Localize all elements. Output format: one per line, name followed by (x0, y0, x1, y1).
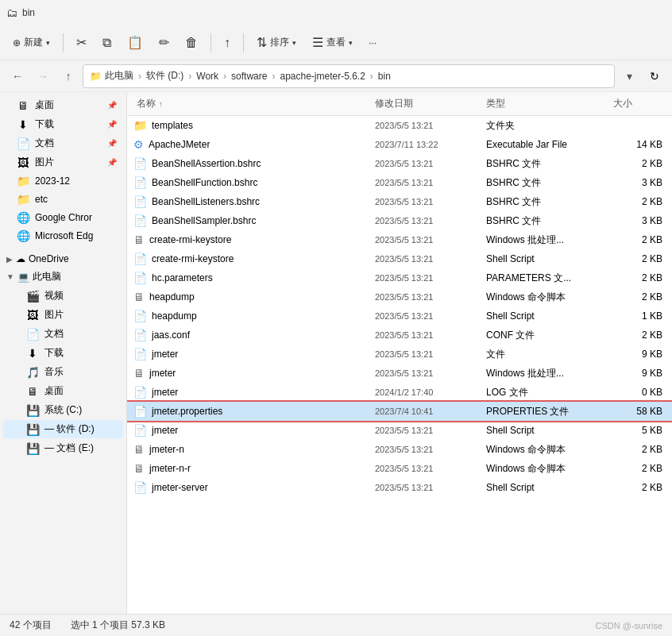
address-chevron-button[interactable]: ▾ (618, 65, 640, 87)
header-type[interactable]: 类型 (483, 95, 610, 112)
path-jmeter[interactable]: apache-jmeter-5.6.2 (280, 71, 365, 82)
sidebar-item-downloads[interactable]: ⬇ 下载 📌 (3, 115, 123, 133)
chrome-icon: 🌐 (16, 211, 30, 224)
file-row[interactable]: 📄jmeter.properties2023/7/4 10:41PROPERTI… (127, 402, 672, 421)
pictures2-icon: 🖼 (25, 309, 40, 322)
file-row[interactable]: 🖥heapdump2023/5/5 13:21Windows 命令脚本2 KB (127, 287, 672, 306)
sidebar-item-softD[interactable]: 💾 — 软件 (D:) (3, 420, 123, 438)
file-name-text: BeanShellSampler.bshrc (152, 215, 256, 226)
file-row[interactable]: 📄jmeter2024/1/2 17:40LOG 文件0 KB (127, 383, 672, 402)
sidebar-item-desktop2[interactable]: 🖥 桌面 (3, 382, 123, 400)
view-chevron-icon: ▾ (349, 39, 353, 47)
view-label: 查看 (326, 36, 346, 49)
sidebar-item-pictures2[interactable]: 🖼 图片 (3, 306, 123, 324)
delete-button[interactable]: 🗑 (179, 33, 204, 53)
paste-button[interactable]: 📋 (121, 32, 149, 53)
path-software[interactable]: software (231, 71, 267, 82)
file-row[interactable]: 🖥create-rmi-keystore2023/5/5 13:21Window… (127, 230, 672, 249)
path-thispc[interactable]: 此电脑 (105, 69, 133, 83)
back-button[interactable]: ← (6, 65, 29, 87)
pictures-icon: 🖼 (16, 156, 30, 169)
sidebar-item-edge[interactable]: 🌐 Microsoft Edg (3, 227, 123, 245)
sidebar-item-downloads2[interactable]: ⬇ 下载 (3, 344, 123, 362)
file-row[interactable]: 📄jmeter-server2023/5/5 13:21Shell Script… (127, 478, 672, 497)
header-date[interactable]: 修改日期 (372, 95, 483, 112)
file-row[interactable]: 📄BeanShellAssertion.bshrc2023/5/5 13:21B… (127, 154, 672, 173)
file-row[interactable]: 📄hc.parameters2023/5/5 13:21PARAMETERS 文… (127, 268, 672, 287)
sidebar-item-chrome[interactable]: 🌐 Google Chror (3, 209, 123, 226)
copy-button[interactable]: ⧉ (96, 33, 118, 53)
sidebar-thispc[interactable]: ▼ 💻 此电脑 (3, 268, 123, 286)
sort-chevron-icon: ▾ (292, 39, 296, 47)
file-row[interactable]: 📄heapdump2023/5/5 13:21Shell Script1 KB (127, 306, 672, 326)
file-row[interactable]: 🖥jmeter2023/5/5 13:21Windows 批处理...9 KB (127, 364, 672, 383)
sidebar-onedrive[interactable]: ▶ ☁ OneDrive (3, 251, 123, 267)
sidebar-item-desktop[interactable]: 🖥 桌面 📌 (3, 96, 123, 114)
file-name-cell: 🖥jmeter-n-r (133, 462, 372, 475)
sidebar-label-downloads: 下载 (35, 118, 102, 131)
file-row[interactable]: 🖥jmeter-n-r2023/5/5 13:21Windows 命令脚本2 K… (127, 459, 672, 478)
file-date: 2023/5/5 13:21 (372, 368, 483, 378)
sidebar-item-pictures[interactable]: 🖼 图片 📌 (3, 153, 123, 172)
more-button[interactable]: ··· (362, 34, 383, 52)
file-row[interactable]: 📄BeanShellSampler.bshrc2023/5/5 13:21BSH… (127, 211, 672, 230)
file-type-icon: 🖥 (133, 291, 145, 303)
header-name[interactable]: 名称 ↑ (133, 95, 372, 112)
sidebar-item-docE[interactable]: 💾 — 文档 (E:) (3, 439, 123, 457)
file-row[interactable]: 🖥jmeter-n2023/5/5 13:21Windows 命令脚本2 KB (127, 440, 672, 459)
rename-button[interactable]: ✏ (153, 32, 176, 53)
file-date: 2023/5/5 13:21 (372, 254, 483, 264)
file-name-text: jmeter-server (152, 482, 208, 493)
file-type: BSHRC 文件 (483, 214, 610, 228)
file-row[interactable]: 📄create-rmi-keystore2023/5/5 13:21Shell … (127, 249, 672, 268)
file-date: 2023/7/11 13:22 (372, 140, 483, 149)
file-date: 2023/5/5 13:21 (372, 235, 483, 245)
sidebar-item-etc[interactable]: 📁 etc (3, 191, 123, 208)
new-chevron-icon: ▾ (46, 39, 50, 47)
file-name-text: BeanShellFunction.bshrc (152, 177, 257, 188)
file-row[interactable]: 📄jmeter2023/5/5 13:21Shell Script5 KB (127, 421, 672, 440)
sidebar-item-docs[interactable]: 📄 文档 📌 (3, 134, 123, 152)
share-button[interactable]: ↑ (218, 33, 237, 53)
view-button[interactable]: ☰ 查看 ▾ (306, 32, 359, 53)
sidebar-item-sysC[interactable]: 💾 系统 (C:) (3, 401, 123, 419)
path-work[interactable]: Work (196, 71, 218, 82)
file-row[interactable]: 📄jaas.conf2023/5/5 13:21CONF 文件2 KB (127, 326, 672, 345)
file-list-body[interactable]: 📁templates2023/5/5 13:21文件夹⚙ApacheJMeter… (127, 116, 672, 614)
onedrive-icon: ☁ (16, 253, 25, 264)
file-name-cell: 📄jaas.conf (133, 329, 372, 341)
docE-icon: 💾 (25, 442, 40, 455)
sort-button[interactable]: ⇅ 排序 ▾ (250, 32, 303, 53)
cut-button[interactable]: ✂ (70, 32, 93, 53)
file-size: 9 KB (610, 349, 666, 360)
up-button[interactable]: ↑ (57, 65, 79, 87)
sidebar-item-2023-12[interactable]: 📁 2023-12 (3, 172, 123, 190)
new-button[interactable]: ⊕ 新建 ▾ (6, 33, 56, 52)
sidebar-item-docs2[interactable]: 📄 文档 (3, 325, 123, 343)
file-row[interactable]: ⚙ApacheJMeter2023/7/11 13:22Executable J… (127, 135, 672, 154)
file-size: 2 KB (610, 330, 666, 341)
sidebar-item-videos[interactable]: 🎬 视频 (3, 287, 123, 305)
sidebar-item-music[interactable]: 🎵 音乐 (3, 363, 123, 381)
file-name-text: heapdump (149, 291, 195, 303)
file-row[interactable]: 📄jmeter2023/5/5 13:21文件9 KB (127, 345, 672, 364)
file-row[interactable]: 📄BeanShellFunction.bshrc2023/5/5 13:21BS… (127, 173, 672, 192)
file-type: BSHRC 文件 (483, 157, 610, 171)
file-type: Windows 批处理... (483, 233, 610, 247)
sidebar-label-chrome: Google Chror (35, 212, 117, 223)
sidebar-label-downloads2: 下载 (44, 346, 117, 360)
file-type-icon: 📄 (133, 176, 147, 189)
path-bin[interactable]: bin (378, 71, 391, 82)
refresh-button[interactable]: ↻ (643, 65, 666, 87)
path-d[interactable]: 软件 (D:) (146, 69, 183, 83)
file-size: 2 KB (610, 196, 666, 207)
forward-button[interactable]: → (32, 65, 54, 87)
edge-icon: 🌐 (16, 229, 30, 242)
file-date: 2023/5/5 13:21 (372, 330, 483, 340)
file-type: BSHRC 文件 (483, 195, 610, 209)
file-row[interactable]: 📁templates2023/5/5 13:21文件夹 (127, 116, 672, 135)
file-type: BSHRC 文件 (483, 176, 610, 190)
header-size[interactable]: 大小 (610, 95, 666, 112)
sidebar-label-videos: 视频 (44, 289, 117, 303)
file-row[interactable]: 📄BeanShellListeners.bshrc2023/5/5 13:21B… (127, 192, 672, 211)
